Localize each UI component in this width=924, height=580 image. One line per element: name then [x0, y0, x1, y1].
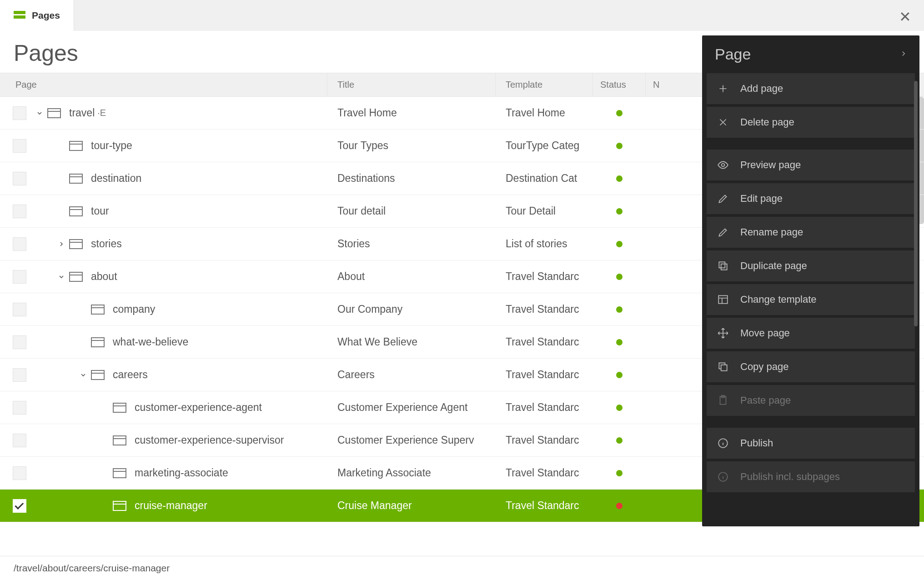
page-template-cell: Travel Home [496, 107, 593, 119]
page-title-cell: Cruise Manager [327, 500, 496, 512]
status-cell [593, 143, 646, 149]
svg-rect-1 [719, 262, 725, 268]
page-title-cell: Tour Types [327, 140, 496, 152]
status-dot-icon [616, 110, 623, 116]
svg-rect-3 [718, 295, 728, 303]
action-change-template[interactable]: Change template [707, 284, 915, 315]
chevron-right-icon[interactable] [899, 49, 908, 60]
status-dot-icon [616, 470, 623, 476]
action-label: Delete page [740, 116, 794, 128]
page-name: destination [91, 172, 141, 185]
info-icon [717, 437, 729, 450]
status-cell [593, 110, 646, 116]
page-template-cell: Tour Detail [496, 205, 593, 217]
page-template-cell: Travel Standarc [496, 401, 593, 414]
page-name: customer-experience-supervisor [135, 434, 284, 446]
action-label: Rename page [740, 226, 803, 238]
page-template-cell: Travel Standarc [496, 467, 593, 479]
row-checkbox[interactable] [13, 172, 26, 185]
page-name: cruise-manager [135, 500, 207, 512]
row-checkbox[interactable] [13, 205, 26, 218]
action-label: Duplicate page [740, 260, 807, 272]
page-icon [91, 370, 105, 380]
row-checkbox[interactable] [13, 499, 26, 513]
action-label: Add page [740, 83, 783, 95]
edit-cursor-icon: ·E [97, 108, 106, 118]
chevron-down-icon[interactable] [79, 371, 87, 379]
action-preview-page[interactable]: Preview page [707, 150, 915, 180]
pencil-icon [717, 226, 729, 239]
action-label: Publish [740, 437, 773, 449]
action-add-page[interactable]: Add page [707, 73, 915, 104]
status-dot-icon [616, 241, 623, 247]
row-checkbox[interactable] [13, 237, 26, 251]
column-header-status[interactable]: Status [593, 73, 646, 96]
column-header-page[interactable]: Page [0, 73, 327, 96]
page-template-cell: Travel Standarc [496, 270, 593, 283]
page-icon [113, 403, 126, 413]
row-checkbox[interactable] [13, 466, 26, 480]
page-icon [69, 206, 83, 216]
tab-pages[interactable]: Pages [0, 0, 74, 31]
action-publish[interactable]: Publish [707, 428, 915, 459]
action-move-page[interactable]: Move page [707, 318, 915, 349]
action-copy-page[interactable]: Copy page [707, 351, 915, 382]
page-title-cell: Travel Home [327, 107, 496, 119]
status-cell [593, 470, 646, 476]
action-label: Change template [740, 294, 817, 305]
status-dot-icon [616, 503, 623, 509]
page-icon [113, 501, 126, 511]
status-dot-icon [616, 405, 623, 411]
status-dot-icon [616, 372, 623, 378]
page-title-cell: About [327, 270, 496, 283]
row-checkbox[interactable] [13, 106, 26, 120]
action-label: Publish incl. subpages [740, 471, 840, 483]
page-template-cell: Travel Standarc [496, 303, 593, 315]
row-checkbox[interactable] [13, 401, 26, 415]
action-label: Edit page [740, 193, 783, 205]
action-label: Preview page [740, 159, 801, 171]
page-icon [91, 337, 105, 347]
status-cell [593, 306, 646, 313]
page-icon [69, 272, 83, 282]
action-duplicate-page[interactable]: Duplicate page [707, 250, 915, 281]
row-checkbox[interactable] [13, 139, 26, 153]
page-template-cell: Travel Standarc [496, 336, 593, 348]
eye-icon [717, 159, 729, 171]
panel-scrollbar[interactable] [914, 81, 918, 326]
status-cell [593, 241, 646, 247]
row-checkbox[interactable] [13, 368, 26, 382]
chevron-down-icon[interactable] [57, 273, 65, 281]
close-icon[interactable]: ✕ [899, 8, 911, 25]
page-title-cell: Our Company [327, 303, 496, 315]
status-cell [593, 339, 646, 345]
info-icon [717, 470, 729, 483]
page-title-cell: Customer Experience Superv [327, 434, 496, 446]
page-title-cell: What We Believe [327, 336, 496, 348]
side-panel: Page Add pageDelete pagePreview pageEdit… [702, 35, 919, 526]
action-delete-page[interactable]: Delete page [707, 107, 915, 138]
action-rename-page[interactable]: Rename page [707, 217, 915, 248]
status-cell [593, 503, 646, 509]
status-dot-icon [616, 339, 623, 345]
action-label: Move page [740, 327, 790, 339]
copy-icon [717, 360, 729, 373]
tab-bar: Pages ✕ [0, 0, 924, 31]
column-header-title[interactable]: Title [327, 73, 496, 96]
chevron-down-icon[interactable] [35, 109, 44, 117]
template-icon [717, 293, 729, 306]
page-title-cell: Destinations [327, 172, 496, 185]
page-icon [69, 141, 83, 151]
chevron-right-icon[interactable] [57, 240, 65, 248]
action-paste-page: Paste page [707, 385, 915, 416]
column-header-template[interactable]: Template [496, 73, 593, 96]
page-icon [69, 174, 83, 184]
status-dot-icon [616, 208, 623, 215]
page-name: marketing-associate [135, 467, 228, 479]
row-checkbox[interactable] [13, 335, 26, 349]
row-checkbox[interactable] [13, 270, 26, 284]
row-checkbox[interactable] [13, 434, 26, 447]
row-checkbox[interactable] [13, 303, 26, 316]
action-edit-page[interactable]: Edit page [707, 183, 915, 214]
page-icon [91, 305, 105, 315]
